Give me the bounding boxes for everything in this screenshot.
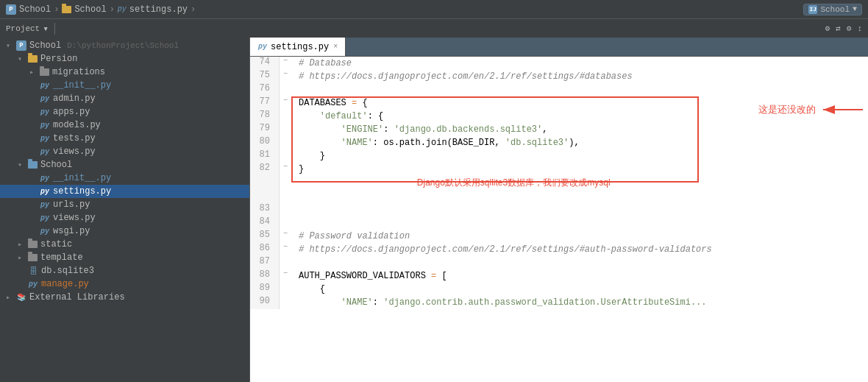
migrations-label: migrations <box>52 67 105 77</box>
top-bar-right: IJ School ▼ <box>803 4 862 15</box>
fold-icon[interactable]: − <box>280 163 291 203</box>
fold-icon[interactable]: − <box>280 96 291 110</box>
tree-extlib[interactable]: ▸ 📚 External Libraries <box>0 291 249 304</box>
tree-template[interactable]: ▸ template <box>0 251 249 264</box>
tree-apps[interactable]: ▸ py apps.py <box>0 105 249 119</box>
top-bar: P School › School › py settings.py › IJ … <box>0 0 868 18</box>
db-label: db.sqlite3 <box>41 266 94 276</box>
tree-persion-init[interactable]: ▸ py __init__.py <box>0 79 249 92</box>
line-number: 86 <box>250 243 280 256</box>
line-number: 78 <box>250 110 280 123</box>
line-content: 'NAME': os.path.join(BASE_DIR, 'db.sqlit… <box>291 136 868 149</box>
expand-static[interactable]: ▸ <box>18 240 25 249</box>
urls-label: urls.py <box>53 199 90 210</box>
line-content <box>291 203 868 216</box>
fold-icon <box>280 283 291 296</box>
fold-icon[interactable]: − <box>280 243 291 256</box>
line-content: } <box>291 149 868 163</box>
tree-views-school[interactable]: ▸ py views.py <box>0 211 249 224</box>
extlib-label: External Libraries <box>29 292 125 303</box>
badge-icon: IJ <box>808 5 817 14</box>
fold-icon[interactable]: − <box>280 70 291 83</box>
school-folder-icon <box>28 161 38 169</box>
tree-models[interactable]: ▸ py models.py <box>0 119 249 132</box>
apps-label: apps.py <box>53 107 90 117</box>
py-icon-breadcrumb: py <box>118 5 127 13</box>
editor-area: py settings.py × 74 − # Database 75 <box>250 38 868 382</box>
tree-settings[interactable]: ▸ py settings.py <box>0 185 249 198</box>
expand-extlib[interactable]: ▸ <box>6 293 13 302</box>
fold-icon[interactable]: − <box>280 57 291 70</box>
folder-icon-1 <box>62 6 71 13</box>
tree-urls[interactable]: ▸ py urls.py <box>0 198 249 211</box>
breadcrumb-settings[interactable]: settings.py <box>129 4 188 15</box>
school-badge[interactable]: IJ School ▼ <box>803 4 862 15</box>
fold-icon <box>280 136 291 149</box>
expand-school[interactable]: ▾ <box>18 160 25 169</box>
static-icon <box>28 241 38 248</box>
pyfile-icon: py <box>40 201 50 209</box>
code-line: 83 <box>250 203 868 216</box>
line-number: 74 <box>250 57 280 70</box>
code-line: 87 <box>250 256 868 269</box>
sidebar: ▾ P School D:\pythonProject\School ▾ Per… <box>0 38 250 382</box>
tree-static[interactable]: ▸ static <box>0 238 249 251</box>
expand-persion[interactable]: ▾ <box>18 54 25 63</box>
file-tree: ▾ P School D:\pythonProject\School ▾ Per… <box>0 38 249 382</box>
toolbar-settings-icon[interactable]: ⚙ <box>825 24 830 33</box>
project-folder-icon: P <box>16 40 26 51</box>
line-number: 84 <box>250 216 280 230</box>
fold-icon <box>280 110 291 123</box>
tree-migrations[interactable]: ▸ migrations <box>0 66 249 79</box>
toolbar-equalize-icon[interactable]: ⇄ <box>836 24 841 33</box>
tree-root[interactable]: ▾ P School D:\pythonProject\School <box>0 39 249 52</box>
fold-icon[interactable]: − <box>280 230 291 243</box>
fold-icon <box>280 296 291 309</box>
tab-bar: py settings.py × <box>250 38 868 57</box>
line-content: # https://docs.djangoproject.com/en/2.1/… <box>291 70 868 83</box>
code-lines: 74 − # Database 75 − # https://docs.djan… <box>250 57 868 309</box>
code-line-81: 81 } <box>250 149 868 163</box>
line-number: 89 <box>250 283 280 296</box>
code-line: 88 − AUTH_PASSWORD_VALIDATORS = [ <box>250 269 868 283</box>
toolbar-project[interactable]: Project ▾ <box>6 23 49 35</box>
persion-folder-icon <box>28 55 38 63</box>
tab-settings[interactable]: py settings.py × <box>250 38 346 56</box>
tree-wsgi[interactable]: ▸ py wsgi.py <box>0 224 249 238</box>
template-label: template <box>40 252 83 263</box>
code-editor[interactable]: 74 − # Database 75 − # https://docs.djan… <box>250 57 868 382</box>
tree-school-init[interactable]: ▸ py __init__.py <box>0 171 249 185</box>
tree-admin[interactable]: ▸ py admin.py <box>0 92 249 105</box>
toolbar-collapse-icon[interactable]: ↕ <box>857 24 862 33</box>
admin-label: admin.py <box>53 93 96 104</box>
expand-migrations[interactable]: ▸ <box>29 68 37 77</box>
code-line-82: 82 − } Django默认采用sqllite3数据库，我们要改成mysql <box>250 163 868 203</box>
tree-persion[interactable]: ▾ Persion <box>0 52 249 66</box>
toolbar-gear-icon[interactable]: ⚙ <box>847 24 852 33</box>
tree-views-persion[interactable]: ▸ py views.py <box>0 145 249 158</box>
dropdown-arrow: ▼ <box>853 5 857 13</box>
fold-icon[interactable]: − <box>280 269 291 283</box>
pyfile-icon: py <box>40 82 50 90</box>
pyfile-icon: py <box>40 135 50 143</box>
pyfile-icon: py <box>40 121 50 130</box>
tree-tests[interactable]: ▸ py tests.py <box>0 132 249 145</box>
project-icon: P <box>6 4 16 15</box>
breadcrumb-school-2[interactable]: School <box>74 4 106 15</box>
tab-close-icon[interactable]: × <box>333 43 338 51</box>
tree-manage[interactable]: ▸ py manage.py <box>0 277 249 291</box>
project-label: Project <box>6 24 40 33</box>
pyfile-icon: py <box>40 227 50 236</box>
tree-school-folder[interactable]: ▾ School <box>0 158 249 171</box>
breadcrumb-school-1[interactable]: School <box>19 4 51 15</box>
fold-icon <box>280 83 291 96</box>
code-line: 74 − # Database <box>250 57 868 70</box>
expand-template[interactable]: ▸ <box>18 253 25 262</box>
breadcrumb-sep-2: › <box>110 4 115 15</box>
fold-icon <box>280 149 291 163</box>
tree-expand-root[interactable]: ▾ <box>6 41 13 50</box>
pyfile-icon: py <box>40 95 50 103</box>
migrations-folder-icon <box>40 68 49 76</box>
code-line: 85 − # Password validation <box>250 230 868 243</box>
tree-db[interactable]: ▸ 🗄 db.sqlite3 <box>0 264 249 277</box>
